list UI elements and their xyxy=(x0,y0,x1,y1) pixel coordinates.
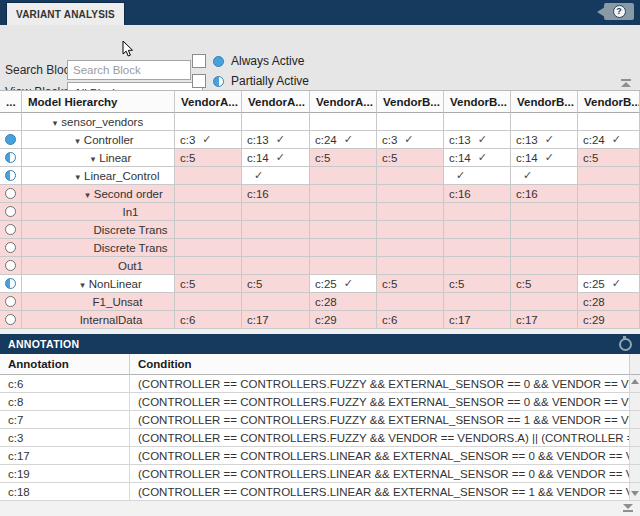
variant-cell[interactable]: c:3✓ xyxy=(377,131,444,149)
annotation-id-cell[interactable]: c:8 xyxy=(0,393,130,411)
variant-cell[interactable]: ✓ xyxy=(444,167,511,185)
activity-filter-checkbox[interactable] xyxy=(192,54,206,68)
variant-cell[interactable]: c:28 xyxy=(578,293,640,311)
variant-cell[interactable]: c:5 xyxy=(444,275,511,293)
annotation-id-cell[interactable]: c:19 xyxy=(0,465,130,483)
variant-cell[interactable] xyxy=(578,185,640,203)
vendor-column-header[interactable]: VendorB... xyxy=(444,91,511,113)
variant-cell[interactable]: c:13✓ xyxy=(511,131,578,149)
hierarchy-cell[interactable]: InternalData xyxy=(22,311,175,329)
variant-cell[interactable] xyxy=(578,239,640,257)
variant-cell[interactable]: c:24✓ xyxy=(578,131,640,149)
variant-cell[interactable] xyxy=(175,293,242,311)
vendor-column-header[interactable]: VendorA... xyxy=(310,91,377,113)
expand-arrow-icon[interactable]: ▾ xyxy=(76,172,81,182)
hierarchy-cell[interactable]: In1 xyxy=(22,203,175,221)
variant-cell[interactable]: c:5 xyxy=(578,149,640,167)
variant-cell[interactable]: c:25✓ xyxy=(310,275,377,293)
activity-filter-checkbox[interactable] xyxy=(192,74,206,88)
variant-cell[interactable]: c:13✓ xyxy=(444,131,511,149)
annotation-scrollbar-track[interactable] xyxy=(630,483,640,501)
search-input[interactable] xyxy=(67,60,191,80)
variant-cell[interactable] xyxy=(511,293,578,311)
variant-cell[interactable]: c:5 xyxy=(377,149,444,167)
help-button[interactable]: ? xyxy=(604,3,634,20)
annotation-id-cell[interactable]: c:18 xyxy=(0,483,130,501)
variant-cell[interactable] xyxy=(377,221,444,239)
variant-cell[interactable] xyxy=(175,257,242,275)
variant-cell[interactable]: ✓ xyxy=(511,167,578,185)
hierarchy-label[interactable]: Discrete Trans xyxy=(93,242,167,254)
variant-cell[interactable]: c:5 xyxy=(242,275,310,293)
variant-cell[interactable] xyxy=(377,167,444,185)
variant-cell[interactable] xyxy=(310,221,377,239)
hierarchy-label[interactable]: Linear xyxy=(99,152,131,164)
expand-arrow-icon[interactable]: ▾ xyxy=(53,118,58,128)
variant-cell[interactable] xyxy=(578,221,640,239)
variant-cell[interactable] xyxy=(242,293,310,311)
variant-cell[interactable]: c:6 xyxy=(377,311,444,329)
variant-cell[interactable] xyxy=(242,239,310,257)
variant-cell[interactable] xyxy=(444,293,511,311)
variant-cell[interactable]: c:17 xyxy=(511,311,578,329)
annotation-scrollbar-track[interactable] xyxy=(630,429,640,447)
variant-cell[interactable] xyxy=(444,221,511,239)
hierarchy-cell[interactable]: F1_Unsat xyxy=(22,293,175,311)
annotation-scrollbar-track[interactable] xyxy=(630,447,640,465)
variant-cell[interactable] xyxy=(444,203,511,221)
variant-cell[interactable] xyxy=(175,221,242,239)
expand-arrow-icon[interactable]: ▾ xyxy=(85,190,90,200)
annotation-id-cell[interactable]: c:3 xyxy=(0,429,130,447)
variant-cell[interactable] xyxy=(511,113,578,131)
annotation-scrollbar[interactable] xyxy=(630,354,640,375)
variant-cell[interactable] xyxy=(310,257,377,275)
variant-cell[interactable] xyxy=(242,203,310,221)
state-column-header[interactable]: ... xyxy=(0,91,22,113)
annotation-id-cell[interactable]: c:7 xyxy=(0,411,130,429)
annotation-scrollbar-track[interactable] xyxy=(630,393,640,411)
hierarchy-label[interactable]: Controller xyxy=(84,134,134,146)
variant-cell[interactable] xyxy=(310,239,377,257)
variant-cell[interactable] xyxy=(511,257,578,275)
variant-cell[interactable] xyxy=(511,239,578,257)
variant-cell[interactable]: c:5 xyxy=(377,275,444,293)
hierarchy-cell[interactable]: Discrete Trans xyxy=(22,239,175,257)
variant-cell[interactable]: ✓ xyxy=(242,167,310,185)
variant-cell[interactable]: c:16 xyxy=(511,185,578,203)
annotation-column-header[interactable]: Annotation xyxy=(0,354,130,375)
hierarchy-label[interactable]: InternalData xyxy=(80,314,143,326)
variant-cell[interactable] xyxy=(377,185,444,203)
variant-cell[interactable] xyxy=(310,167,377,185)
variant-cell[interactable] xyxy=(310,203,377,221)
variant-cell[interactable] xyxy=(377,257,444,275)
condition-cell[interactable]: (CONTROLLER == CONTROLLERS.FUZZY && EXTE… xyxy=(130,393,630,411)
variant-cell[interactable] xyxy=(578,257,640,275)
hierarchy-label[interactable]: sensor_vendors xyxy=(61,116,143,128)
annotation-id-cell[interactable]: c:6 xyxy=(0,375,130,393)
hierarchy-cell[interactable]: Discrete Trans xyxy=(22,221,175,239)
variant-cell[interactable] xyxy=(242,113,310,131)
hierarchy-cell[interactable]: ▾Linear_Control xyxy=(22,167,175,185)
condition-cell[interactable]: (CONTROLLER == CONTROLLERS.LINEAR && EXT… xyxy=(130,447,630,465)
hierarchy-cell[interactable]: ▾Second order xyxy=(22,185,175,203)
variant-cell[interactable]: c:16 xyxy=(242,185,310,203)
hierarchy-label[interactable]: NonLinear xyxy=(89,278,142,290)
variant-cell[interactable]: c:17 xyxy=(444,311,511,329)
hierarchy-cell[interactable]: ▾Linear xyxy=(22,149,175,167)
collapse-down-icon[interactable] xyxy=(622,504,634,513)
variant-cell[interactable] xyxy=(578,203,640,221)
expand-arrow-icon[interactable]: ▾ xyxy=(80,280,85,290)
variant-cell[interactable] xyxy=(444,113,511,131)
variant-cell[interactable] xyxy=(377,203,444,221)
expand-arrow-icon[interactable]: ▾ xyxy=(91,154,96,164)
variant-cell[interactable] xyxy=(310,113,377,131)
hierarchy-label[interactable]: Out1 xyxy=(118,260,143,272)
variant-cell[interactable] xyxy=(377,239,444,257)
variant-cell[interactable]: c:28 xyxy=(310,293,377,311)
variant-cell[interactable] xyxy=(310,185,377,203)
condition-column-header[interactable]: Condition xyxy=(130,354,630,375)
variant-cell[interactable]: c:5 xyxy=(310,149,377,167)
variant-cell[interactable] xyxy=(377,113,444,131)
variant-cell[interactable]: c:29 xyxy=(578,311,640,329)
annotation-scrollbar-track[interactable] xyxy=(630,411,640,429)
